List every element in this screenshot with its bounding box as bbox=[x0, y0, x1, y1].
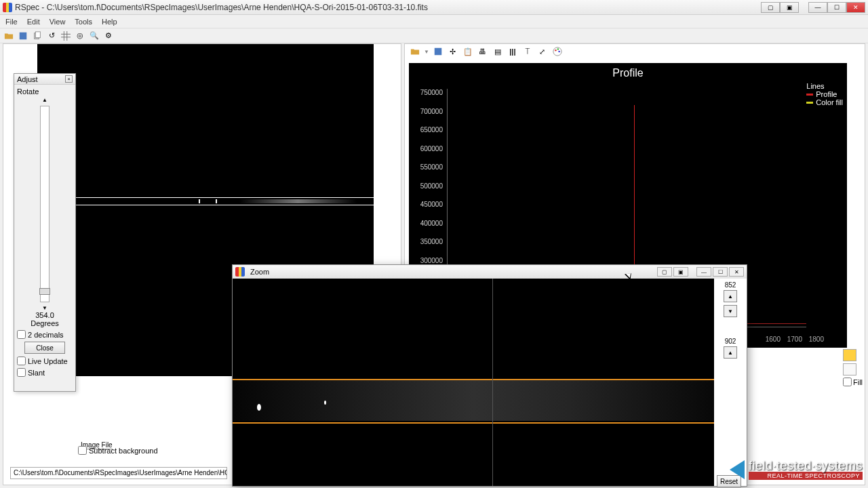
rotate-value: 354.0 bbox=[17, 311, 73, 319]
close-button[interactable]: ✕ bbox=[846, 2, 865, 13]
svg-rect-4 bbox=[435, 48, 442, 56]
adjust-title: Adjust bbox=[17, 75, 38, 83]
aux-button-1[interactable]: ▢ bbox=[761, 2, 780, 13]
two-decimals-checkbox[interactable]: 2 decimals bbox=[17, 330, 73, 339]
logo-triangle-icon bbox=[730, 460, 745, 479]
logo-text: field·tested·systems bbox=[749, 460, 863, 472]
subtract-bg-checkbox[interactable]: Subtract background bbox=[78, 446, 158, 455]
zoom-titlebar[interactable]: Zoom ▢ ▣ — ☐ ✕ bbox=[233, 265, 747, 279]
chart-title: Profile bbox=[409, 63, 847, 79]
svg-point-8 bbox=[558, 51, 560, 53]
rotate-unit: Degrees bbox=[17, 319, 73, 327]
zoom-bottom-value: 902 bbox=[717, 338, 744, 345]
app-icon bbox=[3, 3, 12, 12]
zoom-side-controls: 852 ▲ ▼ 902 ▲ Reset bbox=[714, 279, 747, 486]
zoom-bottom-up[interactable]: ▲ bbox=[724, 346, 737, 359]
fill-checkbox[interactable]: Fill bbox=[843, 378, 862, 386]
svg-point-7 bbox=[557, 48, 559, 50]
search-icon[interactable]: 🔍 bbox=[88, 30, 100, 42]
zoom-maximize[interactable]: ☐ bbox=[713, 267, 728, 277]
adjust-close-icon[interactable]: × bbox=[65, 75, 73, 83]
zoom-image[interactable] bbox=[233, 279, 714, 486]
rotate-slider[interactable] bbox=[40, 106, 50, 302]
logo-tagline: REAL-TIME SPECTROSCOPY bbox=[749, 472, 863, 480]
main-titlebar: RSpec - C:\Users\tom.f\Documents\RSpecIm… bbox=[0, 0, 868, 15]
zoom-top-up[interactable]: ▲ bbox=[724, 290, 737, 302]
pin-icon[interactable]: ✢ bbox=[447, 45, 459, 58]
slider-down-icon[interactable]: ▼ bbox=[17, 305, 73, 311]
window-title: RSpec - C:\Users\tom.f\Documents\RSpecIm… bbox=[15, 3, 761, 12]
calibrate-icon[interactable]: ⟙ bbox=[521, 45, 534, 58]
clear-icon[interactable]: ↺ bbox=[45, 30, 58, 42]
svg-rect-2 bbox=[35, 31, 40, 37]
list-icon[interactable]: ▤ bbox=[492, 45, 504, 58]
menu-view[interactable]: View bbox=[50, 18, 66, 26]
fx-icon[interactable]: ⤢ bbox=[536, 45, 549, 58]
zoom-close[interactable]: ✕ bbox=[729, 267, 744, 277]
menu-edit[interactable]: Edit bbox=[27, 18, 40, 26]
zoom-aux-1[interactable]: ▢ bbox=[657, 267, 672, 277]
svg-rect-0 bbox=[20, 32, 27, 39]
slant-checkbox[interactable]: Slant bbox=[17, 368, 73, 377]
menu-bar: File Edit View Tools Help bbox=[0, 15, 868, 28]
copy-icon[interactable] bbox=[31, 30, 43, 42]
adjust-panel[interactable]: Adjust × Rotate ▲ ▼ 354.0 Degrees 2 deci… bbox=[14, 73, 76, 392]
left-toolbar: ↺ ◎ 🔍 ⚙ bbox=[0, 28, 868, 43]
chart-legend: Lines Profile Color fill bbox=[806, 82, 843, 106]
save-icon[interactable] bbox=[17, 30, 29, 42]
zoom-app-icon bbox=[235, 267, 245, 277]
svg-rect-3 bbox=[61, 31, 71, 41]
live-update-checkbox[interactable]: Live Update bbox=[17, 357, 73, 365]
zoom-aux-2[interactable]: ▣ bbox=[673, 267, 688, 277]
zoom-title: Zoom bbox=[250, 268, 657, 276]
chart-side-controls: Fill bbox=[843, 349, 862, 386]
brand-logo: field·tested·systems REAL-TIME SPECTROSC… bbox=[730, 460, 863, 480]
minimize-button[interactable]: — bbox=[808, 2, 827, 13]
zoom-window[interactable]: Zoom ▢ ▣ — ☐ ✕ 852 ▲ ▼ 902 ▲ Reset bbox=[232, 264, 747, 487]
open-icon[interactable] bbox=[3, 30, 15, 42]
save-icon[interactable] bbox=[432, 45, 444, 58]
zoom-tool-icon[interactable] bbox=[843, 349, 856, 361]
gear-icon[interactable]: ⚙ bbox=[102, 30, 115, 42]
grid-tool-icon[interactable] bbox=[843, 363, 856, 375]
image-path-field[interactable]: C:\Users\tom.f\Documents\RSpecImages\Use… bbox=[10, 467, 227, 479]
bars-icon[interactable]: ||| bbox=[507, 45, 519, 58]
open-icon[interactable] bbox=[409, 45, 421, 58]
aux-button-2[interactable]: ▣ bbox=[780, 2, 799, 13]
palette-icon[interactable] bbox=[551, 45, 564, 58]
target-icon[interactable]: ◎ bbox=[74, 30, 86, 42]
svg-point-6 bbox=[555, 49, 557, 52]
right-toolbar: ▼ ✢ 📋 🖶 ▤ ||| ⟙ ⤢ bbox=[405, 44, 865, 59]
grid-icon[interactable] bbox=[60, 30, 72, 42]
zoom-top-down[interactable]: ▼ bbox=[724, 305, 737, 317]
slider-up-icon[interactable]: ▲ bbox=[17, 97, 73, 103]
print-icon[interactable]: 🖶 bbox=[477, 45, 489, 58]
adjust-close-button[interactable]: Close bbox=[24, 342, 65, 354]
menu-help[interactable]: Help bbox=[102, 18, 117, 26]
zoom-top-value: 852 bbox=[717, 281, 744, 289]
menu-tools[interactable]: Tools bbox=[75, 18, 92, 26]
zoom-minimize[interactable]: — bbox=[696, 267, 711, 277]
rotate-label: Rotate bbox=[17, 87, 73, 96]
copy-icon[interactable]: 📋 bbox=[462, 45, 474, 58]
menu-file[interactable]: File bbox=[5, 18, 18, 26]
maximize-button[interactable]: ☐ bbox=[827, 2, 846, 13]
